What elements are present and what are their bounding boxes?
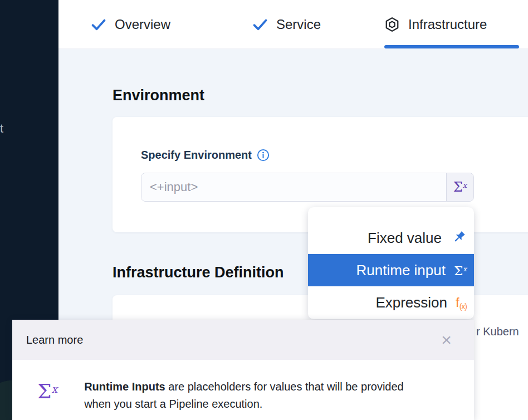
active-tab-underline: [384, 45, 519, 48]
environment-input-group: Σx: [141, 173, 474, 202]
hexagon-environment-icon: [384, 17, 400, 32]
sigma-runtime-input-icon: Σx: [453, 180, 467, 194]
learn-more-title: Learn more: [26, 334, 83, 346]
learn-more-popover: Learn more × Σx Runtime Inputs are place…: [12, 320, 474, 420]
value-type-menu: Fixed value Runtime input Σx Expression …: [308, 207, 474, 319]
menu-item-expression-label: Expression: [375, 294, 447, 311]
learn-more-text-bold: Runtime Inputs: [84, 380, 165, 393]
menu-item-fixed-value-label: Fixed value: [368, 229, 442, 247]
tab-infrastructure-label: Infrastructure: [408, 17, 487, 32]
infrastructure-partial-text: r Kubern: [476, 325, 519, 338]
value-type-selector-button[interactable]: Σx: [446, 173, 473, 201]
tab-overview-label: Overview: [115, 17, 170, 32]
specify-environment-label: Specify Environment: [141, 149, 252, 162]
tab-infrastructure[interactable]: Infrastructure: [384, 0, 487, 49]
menu-item-expression[interactable]: Expression f(x): [308, 286, 474, 319]
sigma-runtime-input-icon: Σx: [454, 263, 467, 277]
menu-item-runtime-input-label: Runtime input: [356, 262, 446, 279]
environment-heading: Environment: [113, 87, 204, 104]
expression-fx-icon: f(x): [456, 295, 467, 310]
tab-service[interactable]: Service: [252, 0, 321, 49]
info-icon[interactable]: [257, 149, 270, 162]
close-icon[interactable]: ×: [441, 331, 452, 349]
learn-more-header: Learn more ×: [12, 320, 474, 360]
stage-tab-bar: Overview Service Infrastructure: [58, 0, 528, 49]
sigma-runtime-input-icon: Σx: [37, 382, 57, 413]
sidebar-partial-label: t: [0, 121, 3, 136]
learn-more-body: Σx Runtime Inputs are placeholders for v…: [12, 360, 474, 413]
tab-service-label: Service: [276, 17, 321, 32]
menu-item-runtime-input[interactable]: Runtime input Σx: [308, 254, 474, 286]
tab-overview[interactable]: Overview: [91, 0, 170, 49]
check-icon: [91, 17, 106, 32]
check-icon: [252, 17, 268, 32]
environment-input[interactable]: [141, 173, 446, 201]
pin-icon: [450, 229, 467, 246]
infrastructure-definition-heading: Infrastructure Definition: [113, 264, 284, 281]
menu-item-fixed-value[interactable]: Fixed value: [308, 222, 474, 254]
learn-more-text: Runtime Inputs are placeholders for valu…: [84, 378, 410, 413]
